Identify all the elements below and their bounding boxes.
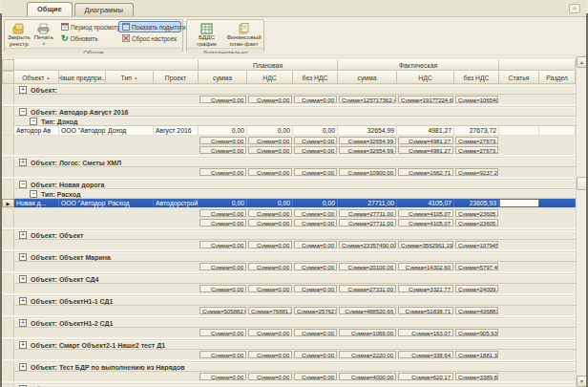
cell-plan-bez[interactable]: 0,00 (293, 126, 338, 135)
group-band: −Тип: Расход (14, 189, 576, 199)
column-header-project[interactable]: Проект (154, 71, 199, 84)
print-button[interactable]: Печать ˅ (32, 21, 55, 48)
cell-plan-sum[interactable]: 0,00 (199, 126, 247, 135)
cell-company[interactable]: ООО "Автодорс... (59, 199, 106, 207)
show-subtotals-button[interactable]: Показать подытоги (118, 21, 181, 32)
expand-group-icon[interactable]: + (19, 319, 27, 327)
tab-obschie[interactable]: Общие (27, 2, 73, 16)
group-row[interactable]: +Объект: (2, 85, 576, 95)
subtotal-row[interactable]: Сумма=0,00Сумма=0,00Сумма=0,00Сумма=2335… (2, 240, 576, 249)
group-row[interactable]: +Объект: ОбъектН1-1 СД1 (2, 296, 576, 306)
expand-group-icon[interactable]: + (19, 253, 27, 261)
column-header-fact-sum[interactable]: сумма (338, 71, 397, 84)
summary-value: Сумма=23605,93 (455, 209, 498, 217)
tab-diagrammy[interactable]: Диаграммы (74, 3, 134, 16)
collapse-group-icon[interactable]: − (19, 108, 27, 116)
cell-plan-bez[interactable]: 0,00 (293, 199, 338, 207)
refresh-button[interactable]: ↻ Обновить (57, 32, 116, 44)
group-label: Объект: Автодор Август 2016 (31, 109, 128, 116)
cell-plan-sum[interactable]: 0,00 (199, 199, 247, 207)
subtotal-row[interactable]: Сумма=0,00Сумма=0,00Сумма=0,00Сумма=3265… (2, 145, 576, 155)
close-register-button[interactable]: Закрыть реестр (6, 21, 32, 48)
fin-plan-fact-button[interactable]: Финансовый план-факт (225, 21, 262, 48)
cell-section[interactable] (539, 199, 576, 207)
subtotal-row[interactable]: Сумма=0,00Сумма=0,00Сумма=0,00Сумма=3265… (2, 136, 576, 145)
expand-group-icon[interactable]: + (19, 297, 27, 305)
subtotal-row[interactable]: Сумма=0,00Сумма=0,00Сумма=0,00Сумма=2771… (2, 208, 576, 218)
vertical-scrollbar[interactable]: ▲ ▼ (576, 56, 586, 387)
group-row[interactable]: +Объект: Логос: Сметы ХМЛ (2, 158, 576, 167)
expand-group-icon[interactable]: + (19, 275, 27, 283)
expand-group-icon[interactable]: + (19, 341, 27, 349)
cell-fact-sum[interactable]: 27711,00 (338, 199, 397, 207)
ribbon-collapse-button[interactable]: ^ (569, 4, 580, 13)
expand-group-icon[interactable]: + (19, 231, 27, 239)
header-fact-group-cell[interactable]: Фактическая (338, 59, 499, 71)
subtotal-row[interactable]: Сумма=0,00Сумма=0,00Сумма=0,00Сумма=1257… (2, 95, 576, 104)
group-row[interactable]: −Тип: Расход (2, 189, 576, 199)
cell-section[interactable] (539, 126, 576, 135)
column-header-plan-bez[interactable]: без НДС (293, 71, 338, 84)
column-header-obj[interactable]: Объект▲ (14, 71, 59, 84)
summary-value: Сумма=27711,00 (339, 219, 396, 226)
subtotal-row[interactable]: Сумма=0,00Сумма=0,00Сумма=0,00Сумма=1069… (2, 328, 576, 337)
column-header-type[interactable]: Тип▲ (106, 71, 154, 84)
row-gutter (2, 328, 14, 337)
cell-project[interactable]: Автодорстрой (154, 199, 199, 207)
cell-fact-nds[interactable]: 4105,07 (397, 199, 454, 207)
group-row[interactable]: +Объект: ОбъектН1-2 СД1 (2, 318, 576, 328)
view-period-button[interactable]: Период просмотра (57, 21, 116, 32)
collapse-group-icon[interactable]: − (30, 190, 37, 198)
data-row-selected[interactable]: ▶Новая д...ООО "Автодорс...РасходАвтодор… (2, 199, 576, 208)
fin-plan-fact-label-2: план-факт (229, 40, 258, 47)
column-header-article[interactable]: Статья (499, 71, 539, 84)
group-row[interactable]: −Объект: Автодор Август 2016 (2, 107, 576, 117)
subtotal-row[interactable]: Сумма=0,00Сумма=0,00Сумма=0,00Сумма=2733… (2, 284, 576, 293)
group-row[interactable]: +Объект: Тест БДР по выполнению из Наряд… (2, 362, 576, 372)
cell-project[interactable]: Август 2016 (154, 126, 199, 135)
expand-group-icon[interactable]: + (19, 86, 27, 94)
bdds-chart-button[interactable]: БДДС график (188, 21, 225, 48)
group-row[interactable]: −Объект: Новая дорога (2, 180, 576, 189)
column-header-section[interactable]: Раздел (539, 71, 576, 84)
expand-group-icon[interactable]: + (19, 159, 27, 166)
summary-cell-section (539, 328, 576, 337)
subtotal-row[interactable]: Сумма=0,00Сумма=0,00Сумма=0,00Сумма=2771… (2, 218, 576, 227)
summary-cell-obj (14, 136, 59, 145)
data-row[interactable]: Автодор АвООО "АвтодорстроДоходАвгуст 20… (2, 126, 576, 136)
expand-group-icon[interactable]: + (19, 363, 27, 371)
reset-settings-button[interactable]: Сброс настроек (118, 32, 181, 44)
cell-company[interactable]: ООО "Автодорстро (59, 126, 106, 135)
cell-fact-sum[interactable]: 32654,99 (338, 126, 397, 135)
subtotal-row[interactable]: Сумма=0,00Сумма=0,00Сумма=0,00Сумма=4000… (2, 372, 576, 381)
collapse-group-icon[interactable]: − (30, 118, 37, 125)
cell-fact-nds[interactable]: 4981,27 (397, 126, 454, 135)
group-row[interactable]: −Тип: Доход (2, 117, 576, 126)
column-header-plan-sum[interactable]: сумма (199, 71, 247, 84)
group-row[interactable]: +Объект: Объект (2, 230, 576, 240)
summary-value: Сумма=4000,00 (339, 373, 396, 380)
cell-article[interactable] (499, 126, 539, 135)
column-header-company[interactable]: Наше предпри... (59, 71, 106, 84)
header-plan-group-cell[interactable]: Плановая (199, 59, 338, 71)
collapse-group-icon[interactable]: − (19, 181, 27, 188)
cell-type[interactable]: Расход (106, 199, 154, 207)
subtotal-row[interactable]: Сумма=0,00Сумма=0,00Сумма=0,00Сумма=1090… (2, 167, 576, 177)
subtotal-row[interactable]: Сумма=505882,66Сумма=76881,35Сумма=25762… (2, 306, 576, 315)
group-row[interactable]: +Объект: Объект СД4 (2, 274, 576, 284)
article-edit-cell[interactable] (499, 199, 539, 207)
cell-plan-nds[interactable]: 0,00 (247, 126, 293, 135)
column-header-plan-nds[interactable]: НДС (247, 71, 293, 84)
cell-obj[interactable]: Автодор Ав (14, 126, 59, 135)
column-header-fact-nds[interactable]: НДС (397, 71, 454, 84)
group-row[interactable]: +Объект: Смарт Объект2-1 Наше2 тест Д1 (2, 340, 576, 350)
cell-plan-nds[interactable]: 0,00 (247, 199, 293, 207)
subtotal-row[interactable]: Сумма=0,00Сумма=0,00Сумма=0,00Сумма=2010… (2, 262, 576, 271)
column-header-fact-bez[interactable]: без НДС (454, 71, 499, 84)
cell-fact-bez[interactable]: 27673,72 (454, 126, 499, 135)
cell-obj[interactable]: Новая д... (14, 199, 59, 207)
cell-type[interactable]: Доход (106, 126, 154, 135)
subtotal-row[interactable]: Сумма=0,00Сумма=0,00Сумма=0,00Сумма=2220… (2, 350, 576, 359)
group-row[interactable]: +Объект: Объект Марина (2, 252, 576, 262)
cell-fact-bez[interactable]: 23605,93 (454, 199, 499, 207)
